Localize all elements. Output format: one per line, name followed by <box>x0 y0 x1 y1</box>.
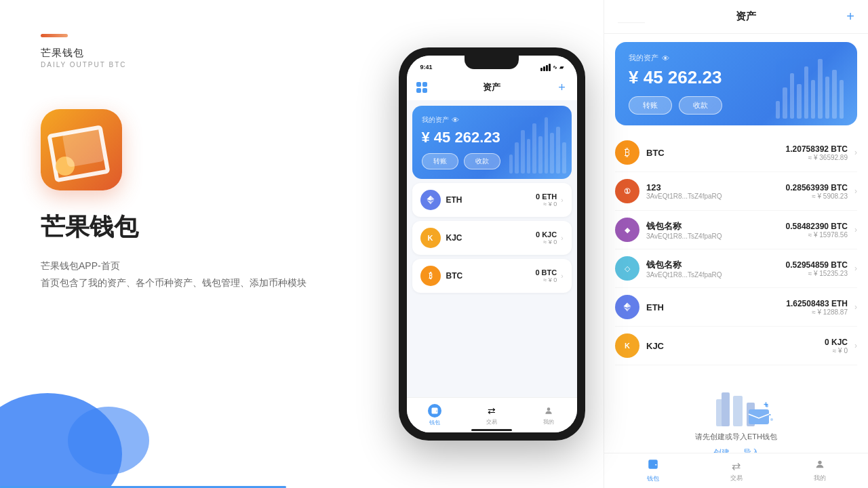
nav-trade-label: 交易 <box>486 418 497 426</box>
right-coin-eth[interactable]: ETH 1.62508483 ETH ≈ ¥ 1288.87 › <box>615 288 857 327</box>
profile-nav-icon <box>542 405 555 417</box>
right-coin-btc[interactable]: ₿ BTC 1.20758392 BTC ≈ ¥ 36592.89 › <box>615 134 857 172</box>
right-add-button[interactable]: + <box>846 9 854 24</box>
right-coin-list: ₿ BTC 1.20758392 BTC ≈ ¥ 36592.89 › ① 12… <box>604 134 868 453</box>
svg-point-4 <box>547 407 550 411</box>
phone-asset-card: 我的资产 👁 ¥ 45 262.23 转账 收款 <box>412 106 572 179</box>
status-right: ∿ ▰ <box>540 64 564 71</box>
right-coin-kjc[interactable]: K KJC 0 KJC ≈ ¥ 0 › <box>615 327 857 365</box>
brand-subtitle: DAILY OUTPUT BTC <box>41 61 339 68</box>
right-asset-card: 我的资产 👁 ¥ 45 262.23 转账 收款 <box>615 42 857 125</box>
right-kjc-icon: K <box>615 333 639 358</box>
svg-text:+: + <box>764 400 768 409</box>
svg-point-16 <box>766 405 768 407</box>
svg-marker-7 <box>627 307 631 312</box>
phone-section: 9:41 ∿ ▰ 资产 + <box>380 0 604 488</box>
right-kjc-chevron: › <box>854 341 857 350</box>
brand-name-small: 芒果钱包 <box>41 47 339 60</box>
eth-import-link[interactable]: 导入 <box>743 447 760 453</box>
svg-point-18 <box>818 461 821 464</box>
phone-time: 9:41 <box>420 64 433 70</box>
menu-icon[interactable] <box>416 82 427 93</box>
svg-marker-6 <box>624 303 628 308</box>
right-wallet1-name: 钱包名称 <box>646 220 779 232</box>
trade-nav-icon: ⇄ <box>486 405 498 417</box>
brand-title: 芒果钱包 <box>41 211 339 244</box>
right-wallet2-cny: ≈ ¥ 15235.23 <box>786 270 848 277</box>
right-wallet2-chevron: › <box>854 264 857 273</box>
kjc-arrow: › <box>561 235 563 242</box>
right-wallet1-icon: ◆ <box>615 218 639 242</box>
right-123-amount: 0.28563939 BTC <box>786 183 848 192</box>
right-eth-chevron: › <box>854 302 857 312</box>
right-page-title: 资产 <box>736 10 756 23</box>
svg-marker-1 <box>427 196 431 201</box>
eye-icon[interactable]: 👁 <box>452 116 459 124</box>
kjc-name: KJC <box>446 233 462 243</box>
battery-icon: ▰ <box>559 64 564 70</box>
phone-content: 我的资产 👁 ¥ 45 262.23 转账 收款 <box>407 100 577 397</box>
signal-icon <box>540 64 551 71</box>
svg-rect-10 <box>722 392 730 426</box>
svg-marker-5 <box>627 303 631 308</box>
phone-coin-btc[interactable]: ₿ BTC 0 BTC ≈ ¥ 0 › <box>412 259 572 293</box>
right-profile-nav-icon <box>814 459 825 472</box>
home-indicator <box>471 429 512 431</box>
eth-create-link[interactable]: 创建 <box>713 447 730 453</box>
right-coin-wallet1[interactable]: ◆ 钱包名称 3AvEQt1R8...TsZ4fpaRQ 0.58482390 … <box>615 211 857 249</box>
svg-marker-3 <box>427 200 431 205</box>
right-nav-wallet[interactable]: 钱包 <box>611 458 694 483</box>
svg-rect-13 <box>749 409 769 424</box>
right-kjc-name: KJC <box>646 341 818 351</box>
btc-amount: 0 BTC <box>535 268 557 277</box>
right-123-chevron: › <box>854 186 857 196</box>
right-btc-chevron: › <box>854 148 857 157</box>
right-trade-nav-label: 交易 <box>730 474 743 483</box>
right-wallet-nav-label: 钱包 <box>647 474 659 483</box>
right-nav-trade[interactable]: ⇄ 交易 <box>694 460 778 483</box>
right-nav-profile[interactable]: 我的 <box>778 459 861 483</box>
phone-coin-eth[interactable]: ETH 0 ETH ≈ ¥ 0 › <box>412 183 572 217</box>
right-wallet1-cny: ≈ ¥ 15978.56 <box>786 231 848 239</box>
right-receive-button[interactable]: 收款 <box>679 96 722 115</box>
phone-bottom-nav: 钱包 ⇄ 交易 我的 <box>407 397 577 432</box>
icon-circle <box>56 157 75 176</box>
phone-notch <box>465 56 519 69</box>
nav-trade[interactable]: ⇄ 交易 <box>463 402 520 428</box>
right-wallet2-addr: 3AvEQt1R8...TsZ4fpaRQ <box>646 271 779 279</box>
brand-description: 芒果钱包APP-首页 首页包含了我的资产、各个币种资产、钱包管理、添加币种模块 <box>41 258 339 291</box>
right-eth-amount: 1.62508483 ETH <box>786 299 848 308</box>
nav-profile-label: 我的 <box>543 418 554 426</box>
right-coin-123[interactable]: ① 123 3AvEQt1R8...TsZ4fpaRQ 0.28563939 B… <box>615 172 857 211</box>
right-wallet2-icon: ◇ <box>615 256 639 281</box>
phone-receive-button[interactable]: 收款 <box>464 153 500 169</box>
right-wallet2-amount: 0.52954859 BTC <box>786 260 848 270</box>
right-eye-icon[interactable]: 👁 <box>662 54 669 62</box>
eth-prompt-text: 请先创建或导入ETH钱包 <box>626 432 846 442</box>
right-kjc-amount: 0 KJC <box>825 338 848 347</box>
right-123-name: 123 <box>646 182 779 192</box>
nav-profile[interactable]: 我的 <box>520 402 577 428</box>
right-menu-icon[interactable] <box>618 11 645 23</box>
phone-mockup: 9:41 ∿ ▰ 资产 + <box>399 47 585 441</box>
right-eth-cny: ≈ ¥ 1288.87 <box>786 308 848 316</box>
right-wallet1-amount: 0.58482390 BTC <box>786 222 848 231</box>
right-wallet-nav-icon <box>647 458 659 473</box>
btc-name: BTC <box>446 271 463 281</box>
eth-prompt-illustration: + • <box>709 379 764 426</box>
eth-icon <box>420 190 441 210</box>
btc-cny: ≈ ¥ 0 <box>535 277 557 283</box>
add-coin-button[interactable]: + <box>557 82 568 93</box>
svg-marker-2 <box>431 200 435 205</box>
nav-wallet[interactable]: 钱包 <box>407 401 464 429</box>
wallet-nav-icon <box>428 404 441 418</box>
phone-transfer-button[interactable]: 转账 <box>422 153 458 169</box>
right-coin-wallet2[interactable]: ◇ 钱包名称 3AvEQt1R8...TsZ4fpaRQ 0.52954859 … <box>615 249 857 288</box>
eth-name: ETH <box>446 195 462 205</box>
eth-prompt-actions: 创建 导入 <box>626 447 846 453</box>
right-header: 资产 + <box>604 0 868 34</box>
wifi-icon: ∿ <box>553 64 557 70</box>
right-123-addr: 3AvEQt1R8...TsZ4fpaRQ <box>646 192 779 200</box>
right-transfer-button[interactable]: 转账 <box>629 96 672 115</box>
phone-coin-kjc[interactable]: K KJC 0 KJC ≈ ¥ 0 › <box>412 221 572 255</box>
